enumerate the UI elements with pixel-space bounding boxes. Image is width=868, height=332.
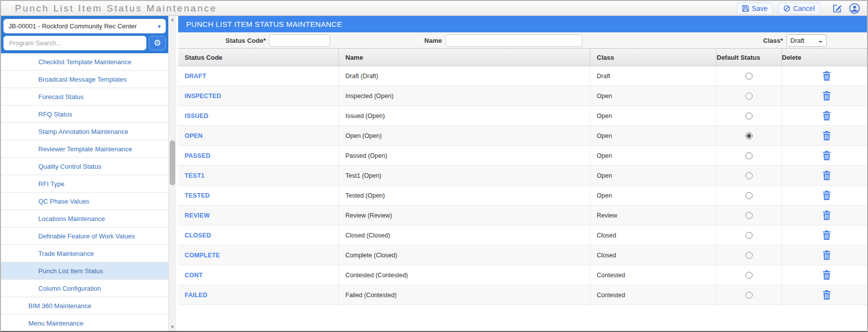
class-cell: Closed [590,245,717,265]
delete-cell [782,265,868,285]
name-cell: Tested (Open) [339,186,590,205]
status-code-input[interactable] [269,34,330,47]
sidebar-item[interactable]: Column Configuration [1,280,168,297]
sidebar-item[interactable]: BIM 360 Maintenance [1,297,168,315]
table-header: Status Code Name Class Default Status De… [178,48,868,66]
sidebar-item[interactable]: Locations Maintenance [1,210,168,227]
sidebar-item[interactable]: Definable Feature of Work Values [1,227,168,245]
sidebar-item[interactable]: Trade Maintenance [1,245,168,262]
panel-title: PUNCH LIST ITEM STATUS MAINTENANCE [186,20,342,28]
trash-icon[interactable] [823,290,831,300]
trash-icon[interactable] [823,91,831,101]
select-chevron-icon: ⌄ [817,37,823,44]
default-status-radio[interactable] [746,272,753,279]
trash-icon[interactable] [823,111,831,120]
status-code-link[interactable]: DRAFT [185,73,206,80]
save-button[interactable]: Save [737,2,773,14]
default-status-radio[interactable] [746,132,753,139]
status-code-link[interactable]: REVIEW [185,212,210,219]
cancel-button[interactable]: Cancel [778,2,820,14]
default-status-radio[interactable] [746,252,753,259]
sidebar-item-label: Locations Maintenance [38,215,105,222]
name-cell: Test1 (Open) [339,166,590,185]
trash-icon[interactable] [823,270,831,280]
name-cell: Failed (Contested) [339,285,590,305]
class-select[interactable]: Draft ⌄ [786,34,827,47]
column-header-class: Class [590,49,717,66]
status-code-link[interactable]: OPEN [185,132,203,139]
sidebar-item[interactable]: Punch List Item Status [1,262,168,280]
gear-button[interactable]: ⚙ [149,36,166,50]
sidebar-item-label: Column Configuration [38,285,101,292]
trash-icon[interactable] [823,211,831,220]
trash-icon[interactable] [823,151,831,160]
punch-list-status-window: { "colors": { "accent_blue": "#3b82e4", … [0,0,868,332]
sidebar-scrollbar[interactable]: ▲ ▼ [168,16,176,331]
name-cell: Passed (Open) [339,146,590,165]
default-status-radio[interactable] [746,152,753,159]
class-cell: Review [590,206,717,225]
trash-icon[interactable] [823,250,831,260]
sidebar-item[interactable]: Stamp Annotation Maintenance [1,123,168,140]
sidebar-item[interactable]: Forecast Status [1,88,168,106]
default-status-radio[interactable] [746,112,753,119]
sidebar-item[interactable]: Checklist Template Maintenance [1,53,168,71]
page-title: Punch List Item Status Maintenance [15,3,217,14]
default-status-cell [717,245,782,265]
project-select[interactable]: JB-00001 - Rockford Community Rec Center… [3,19,166,33]
class-cell: Open [590,86,717,106]
trash-icon[interactable] [823,230,831,240]
sidebar-item-label: QC Phase Values [38,198,89,205]
default-status-radio[interactable] [746,232,753,239]
status-code-link[interactable]: TESTED [185,192,210,199]
status-code-cell: TESTED [178,186,339,205]
sidebar-item[interactable]: Menu Maintenance [1,315,168,331]
delete-cell [782,106,868,125]
program-search-input[interactable] [3,36,146,50]
scrollbar-thumb[interactable] [170,140,175,185]
sidebar-item[interactable]: RFQ Status [1,106,168,123]
trash-icon[interactable] [823,71,831,81]
scroll-up-icon[interactable]: ▲ [170,17,175,22]
sidebar-item-label: Broadcast Message Templates [38,76,127,83]
scroll-down-icon[interactable]: ▼ [170,325,175,330]
status-code-cell: CLOSED [178,225,339,245]
status-code-link[interactable]: ISSUED [185,112,209,119]
default-status-cell [717,66,782,86]
class-cell: Contested [590,285,717,305]
trash-icon[interactable] [823,191,831,200]
status-code-link[interactable]: CLOSED [185,232,211,239]
sidebar-item-label: Trade Maintenance [38,250,94,257]
user-button[interactable] [849,3,860,14]
sidebar-item[interactable]: RFI Type [1,175,168,193]
sidebar: JB-00001 - Rockford Community Rec Center… [1,16,176,331]
default-status-radio[interactable] [746,172,753,179]
default-status-radio[interactable] [746,73,753,80]
sidebar-item[interactable]: Quality Control Status [1,158,168,175]
status-code-link[interactable]: FAILED [185,292,208,299]
status-code-link[interactable]: TEST1 [185,172,205,179]
default-status-radio[interactable] [746,93,753,100]
save-icon [742,5,749,12]
sidebar-menu: Checklist Template MaintenanceBroadcast … [1,53,168,331]
sidebar-item[interactable]: Broadcast Message Templates [1,71,168,88]
name-cell: Draft (Draft) [339,66,590,86]
status-code-link[interactable]: INSPECTED [185,93,221,100]
trash-icon[interactable] [823,171,831,180]
status-code-cell: DRAFT [178,66,339,86]
sidebar-item-label: Menu Maintenance [28,320,84,327]
edit-form: Status Code* Name Class* Draft ⌄ [178,32,868,48]
edit-button[interactable] [832,3,842,13]
default-status-radio[interactable] [746,292,753,299]
status-code-link[interactable]: COMPLETE [185,252,220,259]
trash-icon[interactable] [823,131,831,140]
sidebar-item[interactable]: Reviewer Template Maintenance [1,140,168,158]
name-input[interactable] [445,34,582,47]
status-code-link[interactable]: CONT [185,272,203,279]
default-status-radio[interactable] [746,192,753,199]
sidebar-item[interactable]: QC Phase Values [1,193,168,210]
status-code-link[interactable]: PASSED [185,152,211,159]
default-status-radio[interactable] [746,212,753,219]
sidebar-item-label: Punch List Item Status [38,267,103,275]
sidebar-item-label: BIM 360 Maintenance [28,302,91,310]
